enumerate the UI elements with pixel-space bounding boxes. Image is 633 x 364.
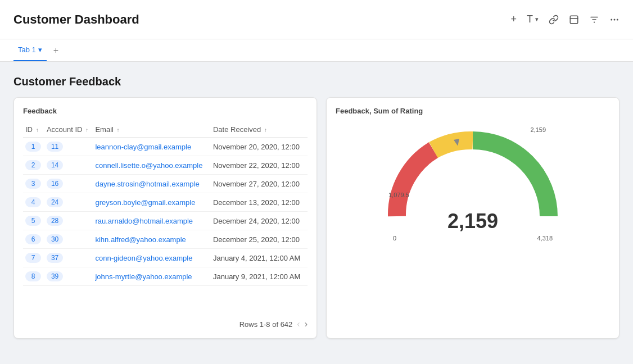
cards-row: Feedback ID ↑ Account ID ↑ Email ↑ Date … (13, 97, 620, 339)
cell-email[interactable]: rau.arnaldo@hotmail.example (93, 212, 211, 230)
col-email[interactable]: Email ↑ (93, 122, 211, 138)
table-row: 1 11 leannon-clay@gmail.example November… (23, 138, 308, 156)
table-row: 8 39 johns-myrtle@yahoo.example January … (23, 267, 308, 286)
gauge-label-left: 1,079.5 (388, 192, 409, 198)
cell-date: January 9, 2021, 12:00 AM (211, 267, 308, 286)
cell-email[interactable]: conn-gideon@yahoo.example (93, 249, 211, 267)
text-button[interactable]: T ▾ (527, 13, 539, 25)
cell-account-id: 39 (44, 267, 93, 286)
next-page-button[interactable]: › (305, 319, 308, 329)
cell-id: 7 (23, 249, 44, 267)
svg-rect-0 (570, 16, 578, 24)
cell-date: November 22, 2020, 12:00 (211, 156, 308, 175)
cell-date: November 27, 2020, 12:00 (211, 175, 308, 193)
table-row: 5 28 rau.arnaldo@hotmail.example Decembe… (23, 212, 308, 230)
cell-account-id: 24 (44, 193, 93, 212)
col-date[interactable]: Date Received ↑ (211, 122, 308, 138)
table-card-header: Feedback (23, 107, 308, 115)
table-row: 6 30 kihn.alfred@yahoo.example December … (23, 230, 308, 249)
cell-account-id: 37 (44, 249, 93, 267)
svg-point-7 (617, 19, 618, 20)
cell-id: 4 (23, 193, 44, 212)
cell-id: 2 (23, 156, 44, 175)
add-tab-button[interactable]: + (51, 46, 61, 56)
gauge-label-bottom-right: 4,318 (537, 235, 553, 242)
cell-account-id: 30 (44, 230, 93, 249)
cell-email[interactable]: greyson.boyle@gmail.example (93, 193, 211, 212)
cell-email[interactable]: kihn.alfred@yahoo.example (93, 230, 211, 249)
cell-id: 5 (23, 212, 44, 230)
tab-1[interactable]: Tab 1 ▾ (13, 39, 47, 61)
cell-id: 3 (23, 175, 44, 193)
more-icon[interactable] (609, 15, 620, 25)
cell-id: 6 (23, 230, 44, 249)
pagination-label: Rows 1-8 of 642 (239, 320, 293, 329)
cell-date: December 25, 2020, 12:00 (211, 230, 308, 249)
svg-point-6 (614, 19, 615, 20)
table-row: 2 14 connell.lisette.o@yahoo.example Nov… (23, 156, 308, 175)
cell-date: January 4, 2021, 12:00 AM (211, 249, 308, 267)
add-button[interactable]: + (510, 13, 517, 25)
gauge-label-top: 2,159 (530, 126, 546, 133)
col-id[interactable]: ID ↑ (23, 122, 44, 138)
toolbar: + T ▾ (510, 13, 620, 25)
cell-account-id: 14 (44, 156, 93, 175)
cell-id: 8 (23, 267, 44, 286)
prev-page-button[interactable]: ‹ (297, 319, 300, 329)
cell-email[interactable]: johns-myrtle@yahoo.example (93, 267, 211, 286)
top-bar: Customer Dashboard + T ▾ (0, 0, 633, 39)
cell-id: 1 (23, 138, 44, 156)
feedback-table-card: Feedback ID ↑ Account ID ↑ Email ↑ Date … (13, 97, 317, 339)
col-account-id[interactable]: Account ID ↑ (44, 122, 93, 138)
cell-account-id: 16 (44, 175, 93, 193)
gauge-value: 2,159 (447, 210, 498, 233)
pagination: Rows 1-8 of 642 ‹ › (23, 312, 308, 329)
table-row: 7 37 conn-gideon@yahoo.example January 4… (23, 249, 308, 267)
gauge-label-bottom-left: 0 (393, 235, 396, 242)
cell-email[interactable]: connell.lisette.o@yahoo.example (93, 156, 211, 175)
svg-point-5 (611, 19, 612, 20)
cell-account-id: 11 (44, 138, 93, 156)
gauge-card-header: Feedback, Sum of Rating (336, 107, 610, 115)
embed-icon[interactable] (569, 15, 579, 25)
cell-email[interactable]: dayne.strosin@hotmail.example (93, 175, 211, 193)
tab-chevron-icon: ▾ (38, 46, 42, 54)
cell-date: December 24, 2020, 12:00 (211, 212, 308, 230)
feedback-table: ID ↑ Account ID ↑ Email ↑ Date Received … (23, 122, 308, 286)
cell-date: December 13, 2020, 12:00 (211, 193, 308, 212)
tabs-bar: Tab 1 ▾ + (0, 39, 633, 62)
table-row: 4 24 greyson.boyle@gmail.example Decembe… (23, 193, 308, 212)
cell-email[interactable]: leannon-clay@gmail.example (93, 138, 211, 156)
gauge-chart: 2,159 1,079.5 0 4,318 2,159 (383, 126, 563, 244)
gauge-card: Feedback, Sum of Rating 2,159 1,079.5 (326, 97, 620, 339)
cell-account-id: 28 (44, 212, 93, 230)
table-row: 3 16 dayne.strosin@hotmail.example Novem… (23, 175, 308, 193)
page-title: Customer Dashboard (13, 12, 139, 27)
gauge-container: 2,159 1,079.5 0 4,318 2,159 (336, 122, 610, 329)
link-icon[interactable] (549, 15, 559, 25)
filter-icon[interactable] (589, 15, 599, 25)
section-title: Customer Feedback (13, 75, 620, 88)
main-content: Customer Feedback Feedback ID ↑ Account … (0, 62, 633, 364)
cell-date: November 20, 2020, 12:00 (211, 138, 308, 156)
